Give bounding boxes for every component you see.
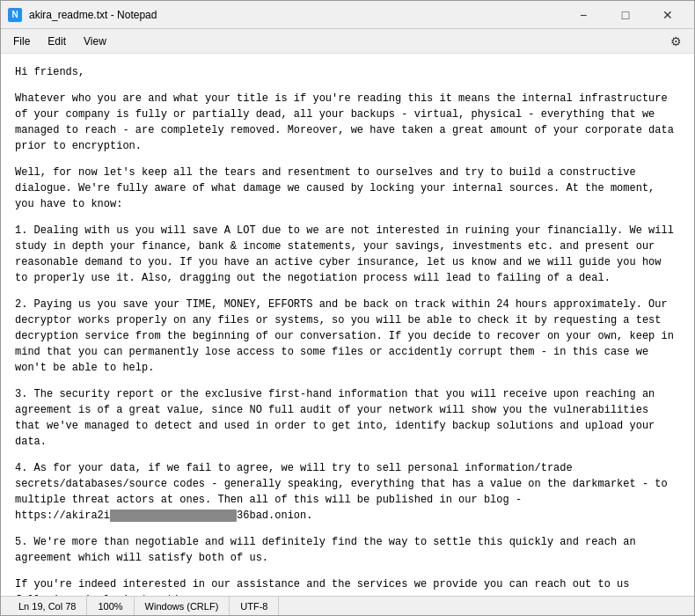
menu-file[interactable]: File	[4, 32, 39, 51]
redacted-1: ████████████████████	[110, 510, 237, 522]
encoding: UTF-8	[230, 597, 279, 615]
paragraph-1: Whatever who you are and what your title…	[15, 91, 680, 154]
window-title: akira_readme.txt - Notepad	[29, 9, 157, 21]
item-2: 2. Paying us you save your TIME, MONEY, …	[15, 297, 680, 376]
status-bar: Ln 19, Col 78 100% Windows (CRLF) UTF-8	[1, 596, 694, 615]
title-bar-left: N akira_readme.txt - Notepad	[8, 8, 564, 22]
gear-icon[interactable]: ⚙	[662, 31, 691, 52]
line-ending: Windows (CRLF)	[135, 597, 230, 615]
window-controls: − □ ✕	[564, 3, 687, 27]
close-button[interactable]: ✕	[648, 3, 687, 27]
paragraph-3: If you're indeed interested in our assis…	[15, 576, 680, 596]
zoom-level: 100%	[87, 597, 134, 615]
greeting-line: Hi friends,	[15, 64, 680, 80]
text-editor-content[interactable]: Hi friends, Whatever who you are and wha…	[1, 54, 694, 596]
menu-view[interactable]: View	[75, 32, 115, 51]
item-1: 1. Dealing with us you will save A LOT d…	[15, 223, 680, 286]
item-5: 5. We're more than negotiable and will d…	[15, 534, 680, 566]
notepad-window: N akira_readme.txt - Notepad − □ ✕ File …	[0, 0, 695, 616]
paragraph-2: Well, for now let's keep all the tears a…	[15, 165, 680, 212]
maximize-button[interactable]: □	[606, 3, 645, 27]
item-4: 4. As for your data, if we fail to agree…	[15, 460, 680, 524]
minimize-button[interactable]: −	[564, 3, 603, 27]
item-3: 3. The security report or the exclusive …	[15, 386, 680, 450]
title-bar: N akira_readme.txt - Notepad − □ ✕	[1, 1, 694, 29]
app-icon: N	[8, 8, 22, 22]
menu-bar: File Edit View ⚙	[1, 29, 694, 54]
cursor-position: Ln 19, Col 78	[8, 597, 87, 615]
menu-edit[interactable]: Edit	[39, 32, 75, 51]
